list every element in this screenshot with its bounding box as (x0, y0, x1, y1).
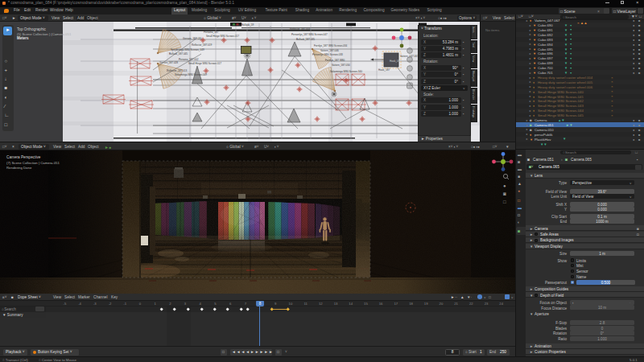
svg-text:Reflector_587.013: Reflector_587.013 (167, 69, 188, 72)
svg-text:Fernlys_587 W80 Screws.034: Fernlys_587 W80 Screws.034 (314, 44, 348, 47)
svg-text:Small Hinge W80 Screws 017: Small Hinge W80 Screws 017 (188, 62, 221, 65)
svg-text:●: ● (503, 183, 506, 188)
svg-text:Spejderinga W80 Screws_049: Spejderinga W80 Screws_049 (171, 48, 204, 51)
svg-text:Vattern_587.046: Vattern_587.046 (320, 49, 339, 52)
svg-text:◙: ◙ (503, 191, 506, 196)
svg-text:Solarminga W80 Screws.049: Solarminga W80 Screws.049 (175, 73, 207, 76)
svg-text:Hook_587: Hook_587 (378, 68, 390, 72)
svg-text:Fernlys_587 W80: Fernlys_587 W80 (325, 59, 345, 62)
svg-text:Bullauk_587.045: Bullauk_587.045 (169, 52, 188, 56)
svg-text:□: □ (503, 200, 506, 204)
svg-text:Hook_087: Hook_087 (390, 60, 401, 63)
svg-text:Persona_587: Persona_587 (204, 31, 219, 34)
svg-text:Personlys_587 W80 Screws.047: Personlys_587 W80 Screws.047 (291, 33, 328, 36)
svg-text:Solarminga W80 Screws.340: Solarminga W80 Screws.340 (330, 70, 362, 73)
svg-text:Reflector_587.004: Reflector_587.004 (290, 27, 311, 31)
svg-text:Gersois_587.030: Gersois_587.030 (183, 37, 202, 40)
svg-text:Reflector_587.019: Reflector_587.019 (192, 43, 213, 47)
svg-text:Vattern_587.034: Vattern_587.034 (332, 64, 350, 67)
svg-text:Bullauk_587.035: Bullauk_587.035 (296, 38, 315, 41)
svg-text:Persona_587.002: Persona_587.002 (179, 58, 199, 61)
svg-text:Small Hinge W80 Screws.017: Small Hinge W80 Screws.017 (206, 35, 239, 38)
svg-text:Bullauk_59: Bullauk_59 (242, 23, 254, 27)
svg-text:Personlys W80 Screws.033: Personlys W80 Screws.033 (312, 53, 343, 56)
svg-text:Gersen_587.028: Gersen_587.028 (159, 61, 178, 64)
